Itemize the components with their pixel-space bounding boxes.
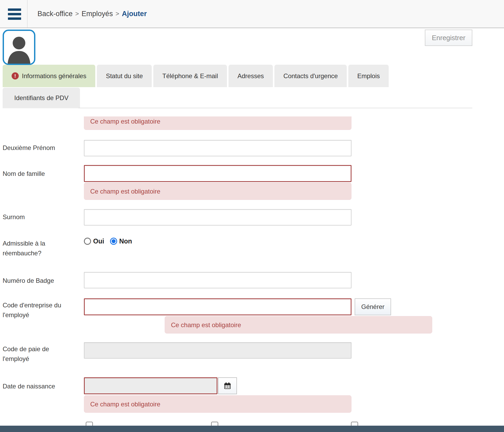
pay-code-label: Code de paie de l'employé: [3, 344, 69, 364]
tabs-bottom-divider: [78, 108, 472, 108]
tab-emplois[interactable]: Emplois: [348, 65, 389, 87]
breadcrumb-separator: >: [75, 10, 79, 17]
last-name-label: Nom de famille: [3, 169, 82, 179]
birth-date-input: [84, 377, 217, 394]
generate-button[interactable]: Générer: [355, 298, 391, 315]
person-icon: [6, 34, 32, 64]
badge-number-input[interactable]: [84, 272, 351, 288]
validation-error-last-name: Ce champ est obligatoire: [84, 182, 351, 200]
radio-non-label[interactable]: Non: [119, 237, 132, 245]
validation-error-text: Ce champ est obligatoire: [84, 116, 351, 130]
radio-non[interactable]: [110, 238, 117, 245]
breadcrumb: Back-office > Employés > Ajouter: [37, 0, 147, 27]
tab-informations-generales[interactable]: ! Informations générales: [3, 65, 95, 87]
nickname-label: Surnom: [3, 212, 82, 222]
employee-avatar[interactable]: [3, 30, 35, 65]
rehire-eligible-label: Admissible à la réembauche?: [3, 238, 59, 258]
validation-error-birth-date: Ce champ est obligatoire: [84, 395, 351, 413]
top-bar: Back-office > Employés > Ajouter: [0, 0, 504, 28]
badge-number-label: Numéro de Badge: [3, 276, 82, 285]
company-code-label: Code d'entreprise du l'employé: [3, 300, 69, 320]
middle-name-label: Deuxième Prénom: [3, 143, 82, 153]
tab-label: Adresses: [237, 72, 264, 80]
tab-label: Emplois: [357, 72, 380, 80]
tab-telephone-email[interactable]: Téléphone & E-mail: [153, 65, 227, 87]
radio-oui[interactable]: [84, 238, 91, 245]
topbar-divider: [27, 0, 27, 27]
breadcrumb-current-ajouter: Ajouter: [122, 10, 147, 18]
exclamation-circle-icon: !: [12, 72, 19, 79]
breadcrumb-back-office[interactable]: Back-office: [37, 10, 73, 18]
breadcrumb-separator: >: [116, 10, 119, 17]
tab-label: Statut du site: [106, 72, 143, 80]
tab-label: Informations générales: [22, 72, 86, 80]
rehire-radio-group: Oui Non: [84, 237, 136, 245]
pay-code-input: [84, 342, 351, 359]
tab-label: Contacts d'urgence: [283, 72, 338, 80]
calendar-icon: [223, 382, 232, 390]
tab-strip-row2: Identifiants de PDV: [3, 88, 80, 108]
tab-adresses[interactable]: Adresses: [229, 65, 273, 87]
tab-contacts-urgence[interactable]: Contacts d'urgence: [274, 65, 347, 87]
footer-bar: [0, 426, 504, 432]
last-name-input[interactable]: [84, 165, 351, 182]
middle-name-input[interactable]: [84, 140, 351, 156]
tab-label: Identifiants de PDV: [14, 94, 68, 102]
nickname-input[interactable]: [84, 209, 351, 226]
tab-label: Téléphone & E-mail: [162, 72, 218, 80]
breadcrumb-employes[interactable]: Employés: [82, 10, 113, 18]
tab-identifiants-de-pdv[interactable]: Identifiants de PDV: [3, 88, 80, 108]
validation-error-top: Ce champ est obligatoire: [84, 116, 351, 130]
radio-oui-label[interactable]: Oui: [93, 237, 104, 245]
birth-date-label: Date de naissance: [3, 381, 82, 391]
tab-statut-du-site[interactable]: Statut du site: [97, 65, 152, 87]
calendar-button[interactable]: [218, 377, 237, 394]
validation-error-company-code: Ce champ est obligatoire: [165, 316, 432, 334]
tab-strip-row1: ! Informations générales Statut du site …: [3, 65, 389, 87]
company-code-input[interactable]: [84, 298, 351, 315]
save-button[interactable]: Enregistrer: [425, 30, 472, 46]
hamburger-menu-icon[interactable]: [8, 8, 21, 20]
